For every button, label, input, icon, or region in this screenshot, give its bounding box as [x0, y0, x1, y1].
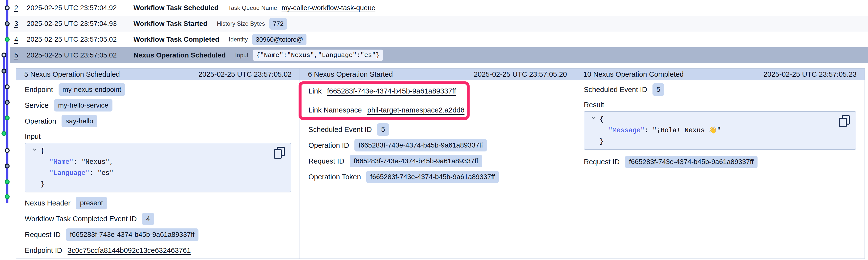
field-endpoint: Endpoint my-nexus-endpoint [25, 82, 291, 98]
field-label: Request ID [308, 157, 344, 165]
field-value-badge: f665283f-743e-4374-b45b-9a61a89337ff [366, 171, 499, 183]
panel-header: 5 Nexus Operation Scheduled 2025-02-25 U… [16, 69, 300, 80]
field-label: Operation [25, 117, 56, 125]
field-operation-token: Operation Token f665283f-743e-4374-b45b-… [308, 169, 566, 185]
panel-nexus-operation-scheduled: 5 Nexus Operation Scheduled 2025-02-25 U… [16, 69, 300, 259]
task-queue-link[interactable]: my-caller-workflow-task-queue [281, 4, 375, 12]
timeline-node-completed [5, 179, 10, 184]
code-line: } [32, 179, 284, 190]
field-value-badge: f665283f-743e-4374-b45b-9a61a89337ff [66, 228, 198, 241]
event-id-link[interactable]: 5 [14, 51, 22, 59]
panel-header: 10 Nexus Operation Completed 2025-02-25 … [576, 69, 865, 80]
event-row-2[interactable]: 2 2025-02-25 UTC 23:57:04.92 Workflow Ta… [10, 0, 868, 16]
field-request-id: Request ID f665283f-743e-4374-b45b-9a61a… [308, 153, 566, 169]
timeline-node-started [5, 163, 10, 169]
code-close-brace: } [40, 181, 44, 188]
link-namespace-link[interactable]: phil-target-namespace2.a2dd6 [367, 106, 464, 114]
field-operation: Operation say-hello [25, 113, 291, 129]
event-name: Workflow Task Started [133, 20, 207, 28]
panel-header: 6 Nexus Operation Started 2025-02-25 UTC… [300, 69, 575, 80]
event-history-table: 2 2025-02-25 UTC 23:57:04.92 Workflow Ta… [0, 0, 868, 63]
timeline-node-scheduled [5, 84, 10, 89]
timeline-node-started [5, 21, 10, 26]
event-name: Workflow Task Scheduled [133, 4, 218, 12]
json-value: "es" [97, 170, 114, 177]
field-label: Scheduled Event ID [308, 125, 372, 134]
timeline-node-scheduled [5, 148, 10, 153]
panel-title: 5 Nexus Operation Scheduled [24, 70, 120, 78]
field-label: Service [25, 101, 49, 110]
copy-icon[interactable] [274, 147, 285, 159]
event-timestamp: 2025-02-25 UTC 23:57:05.02 [27, 51, 133, 59]
field-service: Service my-hello-service [25, 98, 291, 113]
input-section-label: Input [25, 130, 291, 143]
code-line: "Message": "¡Hola! Nexus 👋" [591, 125, 849, 136]
field-link: Link f665283f-743e-4374-b45b-9a61a89337f… [308, 82, 566, 101]
timeline-node-completed [5, 115, 10, 120]
json-key: "Message" [609, 127, 645, 134]
field-value-badge: say-hello [62, 115, 97, 127]
json-sep: : [645, 127, 652, 134]
panel-timestamp: 2025-02-25 UTC 23:57:05.20 [474, 70, 567, 78]
event-row-3[interactable]: 3 2025-02-25 UTC 23:57:04.93 Workflow Ta… [10, 16, 868, 32]
event-detail-panels: 5 Nexus Operation Scheduled 2025-02-25 U… [16, 68, 865, 259]
code-open-brace: { [599, 116, 603, 123]
input-payload-codeblock: { "Name": "Nexus", "Language": "es" } [25, 143, 291, 192]
field-label: Endpoint [25, 85, 53, 94]
event-timestamp: 2025-02-25 UTC 23:57:04.93 [27, 20, 133, 28]
event-id-link[interactable]: 2 [14, 4, 22, 12]
event-name: Workflow Task Completed [133, 36, 219, 43]
field-label: Endpoint ID [25, 247, 62, 255]
event-id-link[interactable]: 3 [14, 20, 22, 28]
timeline-branch-line [3, 55, 5, 134]
json-value: "¡Hola! Nexus 👋" [652, 127, 721, 134]
timeline-node-completed [1, 131, 6, 136]
field-value-badge: f665283f-743e-4374-b45b-9a61a89337ff [625, 156, 757, 168]
timeline-node-scheduled [1, 52, 6, 58]
code-line: { [32, 145, 284, 157]
field-label: Scheduled Event ID [584, 85, 647, 94]
timeline-node-started [5, 100, 10, 105]
event-attr-label: History Size Bytes [217, 20, 265, 27]
event-timestamp: 2025-02-25 UTC 23:57:04.92 [27, 4, 133, 12]
field-value-badge: my-hello-service [54, 99, 113, 112]
event-row-5[interactable]: 5 2025-02-25 UTC 23:57:05.02 Nexus Opera… [10, 47, 868, 63]
event-id-link[interactable]: 4 [14, 36, 22, 43]
field-label: Workflow Task Completed Event ID [25, 215, 137, 223]
panel-nexus-operation-started: 6 Nexus Operation Started 2025-02-25 UTC… [300, 69, 575, 259]
json-sep: : [90, 170, 97, 177]
field-value-badge: 4 [142, 213, 154, 225]
chevron-down-icon[interactable] [591, 114, 597, 125]
field-label: Request ID [25, 231, 61, 239]
history-size-badge: 772 [269, 18, 287, 30]
field-nexus-header: Nexus Header present [25, 195, 291, 211]
endpoint-id-link[interactable]: 3c0c75ccfa8144b092c13ce632463761 [68, 247, 191, 255]
field-label: Operation Token [308, 173, 361, 181]
panel-timestamp: 2025-02-25 UTC 23:57:05.02 [198, 70, 292, 78]
json-key: "Name" [50, 158, 73, 166]
field-value-badge: 5 [377, 123, 389, 136]
field-label: Nexus Header [25, 199, 70, 207]
event-attr-label: Task Queue Name [228, 4, 277, 11]
field-request-id: Request ID f665283f-743e-4374-b45b-9a61a… [584, 154, 856, 170]
field-label: Request ID [584, 158, 620, 166]
code-close-brace: } [599, 138, 603, 145]
panel-timestamp: 2025-02-25 UTC 23:57:05.23 [764, 70, 857, 78]
event-row-4[interactable]: 4 2025-02-25 UTC 23:57:05.02 Workflow Ta… [10, 32, 868, 47]
field-value-badge: present [76, 197, 107, 210]
field-workflow-task-completed-event-id: Workflow Task Completed Event ID 4 [25, 211, 291, 227]
copy-icon[interactable] [839, 115, 850, 127]
json-sep: : [73, 158, 81, 166]
identity-badge: 30960@totoro@ [252, 34, 307, 45]
event-name: Nexus Operation Scheduled [133, 51, 226, 59]
field-scheduled-event-id: Scheduled Event ID 5 [308, 122, 566, 138]
link-value-link[interactable]: f665283f-743e-4374-b45b-9a61a89337ff [327, 87, 456, 95]
field-scheduled-event-id: Scheduled Event ID 5 [584, 82, 856, 98]
chevron-down-icon[interactable] [32, 145, 37, 156]
field-label: Link Namespace [308, 106, 362, 114]
field-request-id: Request ID f665283f-743e-4374-b45b-9a61a… [25, 227, 291, 243]
code-line: { [591, 114, 849, 125]
result-section-label: Result [584, 99, 856, 111]
code-line: "Name": "Nexus", [32, 157, 284, 168]
input-payload-badge: {"Name":"Nexus","Language":"es"} [253, 49, 383, 61]
